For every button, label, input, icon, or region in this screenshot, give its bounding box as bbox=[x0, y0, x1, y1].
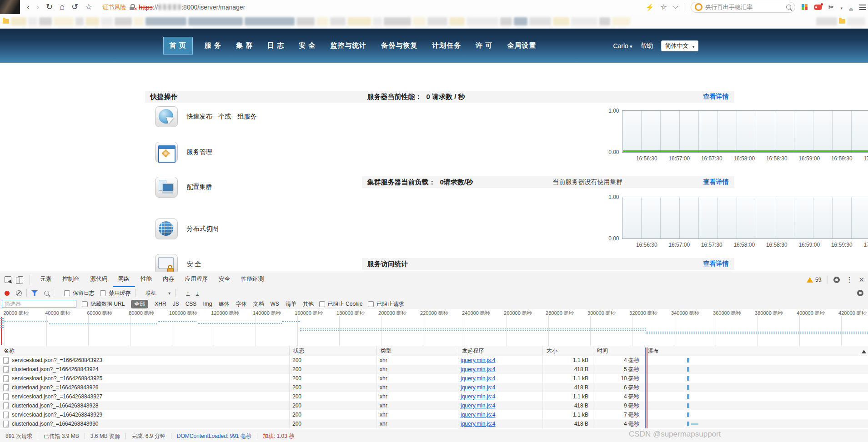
request-type-filter[interactable]: JS bbox=[173, 301, 179, 307]
initiator-link[interactable]: jquery.min.js:4 bbox=[461, 421, 495, 427]
browser-search-box[interactable]: 央行再出手稳汇率 bbox=[691, 2, 795, 13]
request-type-filter[interactable]: 文档 bbox=[253, 300, 264, 308]
devtools-tab[interactable]: 应用程序 bbox=[180, 272, 213, 286]
devtools-tab[interactable]: 元素 bbox=[35, 272, 57, 286]
bookmark-star-icon[interactable]: ☆ bbox=[85, 0, 92, 14]
device-toolbar-icon[interactable] bbox=[18, 276, 23, 283]
request-name-cell[interactable]: clusterload.json?_=1664268843928 bbox=[0, 401, 290, 410]
request-type-filter[interactable]: 媒体 bbox=[218, 300, 229, 308]
search-icon[interactable] bbox=[786, 5, 791, 10]
request-type-filter[interactable]: XHR bbox=[155, 301, 166, 307]
address-bar[interactable]: https://:8000/iserver/manager bbox=[139, 4, 245, 11]
nav-menu-item[interactable]: 服 务 bbox=[202, 37, 224, 55]
export-har-icon[interactable]: ↓ bbox=[196, 290, 199, 296]
clear-network-icon[interactable] bbox=[16, 290, 22, 296]
quick-op-label[interactable]: 安 全 bbox=[187, 260, 201, 268]
request-name-cell[interactable]: servicesload.json?_=1664268843923 bbox=[0, 356, 290, 365]
devtools-tab[interactable]: 内存 bbox=[157, 272, 180, 286]
checkbox-icon[interactable] bbox=[100, 290, 106, 296]
bookmark-folder-icon[interactable] bbox=[3, 19, 9, 24]
perf-detail-link[interactable]: 查看详情 bbox=[703, 93, 729, 101]
checkbox-icon[interactable] bbox=[64, 290, 70, 296]
scroll-up-arrow-icon[interactable] bbox=[862, 350, 866, 353]
search-suggestion-text[interactable]: 央行再出手稳汇率 bbox=[705, 3, 783, 11]
record-network-icon[interactable] bbox=[5, 291, 10, 296]
checkbox-icon[interactable] bbox=[368, 301, 374, 307]
network-request-row[interactable]: clusterload.json?_=1664268843924 200 xhr… bbox=[0, 365, 868, 374]
quick-op-item[interactable]: 配置集群 bbox=[155, 177, 212, 198]
network-request-row[interactable]: clusterload.json?_=1664268843930 200 xhr… bbox=[0, 419, 868, 428]
blocked-requests-toggle[interactable]: 已阻止请求 bbox=[368, 300, 404, 308]
column-header[interactable]: 时间 bbox=[593, 346, 644, 356]
column-header[interactable]: 名称 bbox=[0, 346, 290, 356]
warnings-badge[interactable]: 59 bbox=[807, 277, 821, 283]
request-name-cell[interactable]: clusterload.json?_=1664268843930 bbox=[0, 419, 290, 428]
home-icon[interactable]: ⌂ bbox=[60, 0, 65, 14]
checkbox-icon[interactable] bbox=[319, 301, 325, 307]
hide-data-url-toggle[interactable]: 隐藏数据 URL bbox=[82, 300, 125, 308]
initiator-link[interactable]: jquery.min.js:4 bbox=[461, 402, 495, 409]
bookmarks-bar[interactable] bbox=[0, 14, 868, 29]
chevron-down-icon[interactable] bbox=[672, 3, 678, 9]
accelerate-icon[interactable]: ⚡ bbox=[646, 3, 654, 11]
preserve-log-toggle[interactable]: 保留日志 bbox=[64, 289, 95, 297]
quick-op-label[interactable]: 配置集群 bbox=[187, 183, 212, 191]
nav-menu-item[interactable]: 计划任务 bbox=[429, 37, 464, 55]
stats-detail-link[interactable]: 查看详情 bbox=[703, 260, 729, 268]
favorites-icon[interactable]: ☆ bbox=[661, 3, 667, 11]
devtools-tab[interactable]: 性能评测 bbox=[236, 272, 269, 286]
devtools-tab[interactable]: 网络 bbox=[113, 272, 135, 287]
nav-menu-item[interactable]: 安 全 bbox=[296, 37, 318, 55]
request-type-filter[interactable]: 全部 bbox=[131, 300, 148, 308]
menu-hamburger-icon[interactable] bbox=[859, 7, 866, 8]
nav-menu-item[interactable]: 备份与恢复 bbox=[378, 37, 420, 55]
checkbox-icon[interactable] bbox=[82, 301, 88, 307]
nav-menu-item[interactable]: 首 页 bbox=[163, 37, 193, 55]
request-type-filter[interactable]: Img bbox=[203, 301, 212, 307]
request-type-filter[interactable]: WS bbox=[270, 301, 279, 307]
request-name-cell[interactable]: clusterload.json?_=1664268843926 bbox=[0, 383, 290, 392]
scissors-dropdown-icon[interactable] bbox=[840, 3, 843, 11]
network-request-row[interactable]: clusterload.json?_=1664268843926 200 xhr… bbox=[0, 383, 868, 392]
search-network-icon[interactable] bbox=[44, 291, 49, 296]
quick-op-item[interactable]: 安 全 bbox=[155, 254, 201, 272]
quick-op-label[interactable]: 服务管理 bbox=[187, 148, 212, 156]
column-header[interactable]: 类型 bbox=[377, 346, 458, 356]
nav-menu-item[interactable]: 监控与统计 bbox=[327, 37, 369, 55]
more-options-icon[interactable] bbox=[846, 276, 853, 284]
network-request-row[interactable]: servicesload.json?_=1664268843925 200 xh… bbox=[0, 374, 868, 383]
quick-op-label[interactable]: 快速发布一个或一组服务 bbox=[187, 113, 257, 121]
inspect-element-icon[interactable] bbox=[5, 276, 11, 283]
settings-gear-icon[interactable] bbox=[833, 277, 840, 283]
initiator-link[interactable]: jquery.min.js:4 bbox=[461, 375, 495, 382]
nav-menu-item[interactable]: 全局设置 bbox=[505, 37, 539, 55]
request-name-cell[interactable]: servicesload.json?_=1664268843929 bbox=[0, 410, 290, 419]
column-header[interactable]: 大小 bbox=[543, 346, 593, 356]
column-header[interactable]: 瀑布 bbox=[644, 346, 868, 356]
nav-menu-item[interactable]: 日 志 bbox=[265, 37, 287, 55]
reload-icon[interactable]: ↻ bbox=[46, 0, 53, 14]
quick-op-item[interactable]: 快速发布一个或一组服务 bbox=[155, 106, 257, 127]
close-devtools-icon[interactable] bbox=[858, 276, 864, 284]
devtools-tab[interactable]: 源代码 bbox=[85, 272, 113, 286]
request-type-filter[interactable]: 清单 bbox=[286, 300, 296, 308]
initiator-link[interactable]: jquery.min.js:4 bbox=[461, 357, 495, 363]
apps-grid-icon[interactable] bbox=[802, 4, 808, 10]
games-icon[interactable] bbox=[814, 5, 822, 10]
initiator-link[interactable]: jquery.min.js:4 bbox=[461, 366, 495, 372]
request-type-filter[interactable]: 字体 bbox=[236, 300, 246, 308]
nav-menu-item[interactable]: 许 可 bbox=[473, 37, 495, 55]
filter-funnel-icon[interactable] bbox=[31, 290, 38, 296]
insecure-lock-icon[interactable]: × bbox=[130, 4, 135, 10]
network-request-row[interactable]: servicesload.json?_=1664268843929 200 xh… bbox=[0, 410, 868, 419]
nav-menu-item[interactable]: 集 群 bbox=[233, 37, 256, 55]
initiator-link[interactable]: jquery.min.js:4 bbox=[461, 412, 495, 418]
request-name-cell[interactable]: clusterload.json?_=1664268843924 bbox=[0, 365, 290, 374]
column-header[interactable]: 状态 bbox=[290, 346, 377, 356]
network-request-row[interactable]: servicesload.json?_=1664268843923 200 xh… bbox=[0, 356, 868, 365]
request-name-cell[interactable]: servicesload.json?_=1664268843925 bbox=[0, 374, 290, 383]
network-conditions-gear-icon[interactable] bbox=[857, 290, 863, 296]
help-link[interactable]: 帮助 bbox=[640, 42, 653, 50]
throttling-select[interactable]: 联机 bbox=[146, 289, 171, 297]
devtools-tab[interactable]: 安全 bbox=[213, 272, 236, 286]
